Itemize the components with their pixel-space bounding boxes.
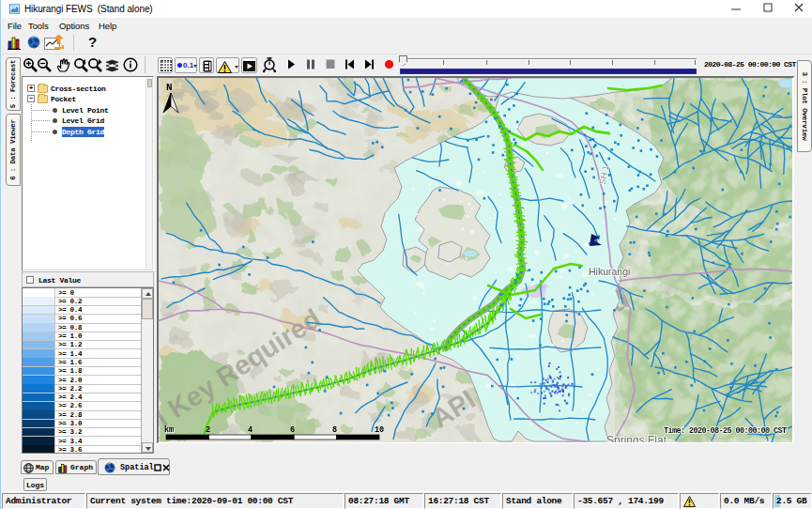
svg-text:8: 8 <box>332 425 337 435</box>
svg-text:Springs Flat: Springs Flat <box>606 434 667 442</box>
svg-text:km: km <box>164 425 174 435</box>
svg-text:10: 10 <box>375 425 384 435</box>
svg-text:2: 2 <box>206 425 210 435</box>
svg-text:Hikurangi: Hikurangi <box>589 266 630 277</box>
svg-text:N: N <box>166 82 173 93</box>
svg-text:4: 4 <box>248 425 253 435</box>
svg-text:6: 6 <box>290 425 295 435</box>
svg-text:Time: 2020-08-25 00:00:00 CST: Time: 2020-08-25 00:00:00 CST <box>664 426 787 436</box>
